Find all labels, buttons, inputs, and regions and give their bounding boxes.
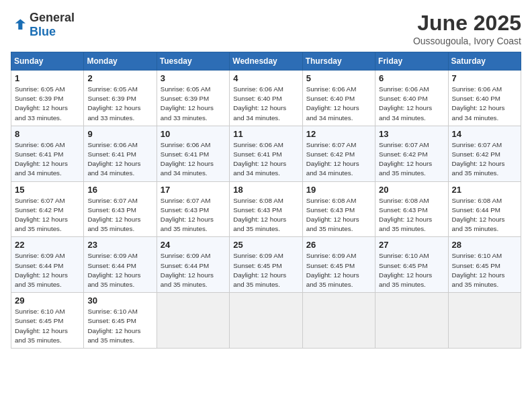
day-info: Sunrise: 6:10 AM Sunset: 6:45 PM Dayligh… [379, 251, 444, 289]
day-info: Sunrise: 6:05 AM Sunset: 6:39 PM Dayligh… [15, 85, 80, 123]
table-row: 28Sunrise: 6:10 AM Sunset: 6:45 PM Dayli… [448, 237, 521, 293]
table-row: 21Sunrise: 6:08 AM Sunset: 6:44 PM Dayli… [448, 181, 521, 237]
day-info: Sunrise: 6:09 AM Sunset: 6:45 PM Dayligh… [306, 251, 371, 289]
table-row: 12Sunrise: 6:07 AM Sunset: 6:42 PM Dayli… [302, 126, 375, 181]
day-info: Sunrise: 6:06 AM Sunset: 6:41 PM Dayligh… [15, 140, 80, 179]
day-info: Sunrise: 6:08 AM Sunset: 6:43 PM Dayligh… [306, 196, 371, 234]
day-number: 29 [15, 295, 80, 306]
day-info: Sunrise: 6:09 AM Sunset: 6:44 PM Dayligh… [161, 251, 226, 289]
day-number: 4 [233, 73, 298, 83]
table-row: 20Sunrise: 6:08 AM Sunset: 6:43 PM Dayli… [375, 181, 448, 237]
table-row: 22Sunrise: 6:09 AM Sunset: 6:44 PM Dayli… [11, 237, 84, 293]
table-row: 6Sunrise: 6:06 AM Sunset: 6:40 PM Daylig… [375, 71, 448, 126]
day-info: Sunrise: 6:06 AM Sunset: 6:40 PM Dayligh… [452, 85, 517, 123]
day-number: 19 [306, 185, 371, 195]
day-number: 15 [15, 185, 80, 195]
day-info: Sunrise: 6:06 AM Sunset: 6:40 PM Dayligh… [379, 85, 444, 123]
table-row: 11Sunrise: 6:06 AM Sunset: 6:41 PM Dayli… [230, 126, 302, 181]
logo-blue: Blue [30, 25, 56, 38]
day-number: 16 [87, 185, 152, 195]
logo-text: General Blue [30, 11, 75, 39]
day-info: Sunrise: 6:07 AM Sunset: 6:42 PM Dayligh… [452, 140, 517, 179]
calendar-week-row: 1Sunrise: 6:05 AM Sunset: 6:39 PM Daylig… [11, 71, 521, 126]
table-row: 7Sunrise: 6:06 AM Sunset: 6:40 PM Daylig… [448, 71, 521, 126]
day-number: 10 [161, 129, 226, 139]
day-info: Sunrise: 6:07 AM Sunset: 6:43 PM Dayligh… [161, 196, 226, 234]
day-number: 7 [452, 73, 517, 83]
header: General Blue June 2025 Oussougoula, Ivor… [11, 11, 521, 46]
header-sunday: Sunday [11, 52, 84, 71]
table-row: 2Sunrise: 6:05 AM Sunset: 6:39 PM Daylig… [84, 71, 157, 126]
table-row [302, 293, 375, 349]
table-row: 26Sunrise: 6:09 AM Sunset: 6:45 PM Dayli… [302, 237, 375, 293]
table-row: 29Sunrise: 6:10 AM Sunset: 6:45 PM Dayli… [11, 293, 84, 349]
table-row: 27Sunrise: 6:10 AM Sunset: 6:45 PM Dayli… [375, 237, 448, 293]
calendar-week-row: 22Sunrise: 6:09 AM Sunset: 6:44 PM Dayli… [11, 237, 521, 293]
day-info: Sunrise: 6:10 AM Sunset: 6:45 PM Dayligh… [15, 307, 80, 345]
day-number: 9 [87, 129, 152, 139]
day-info: Sunrise: 6:05 AM Sunset: 6:39 PM Dayligh… [87, 85, 152, 123]
day-info: Sunrise: 6:06 AM Sunset: 6:41 PM Dayligh… [233, 140, 298, 179]
table-row: 17Sunrise: 6:07 AM Sunset: 6:43 PM Dayli… [157, 181, 229, 237]
table-row: 8Sunrise: 6:06 AM Sunset: 6:41 PM Daylig… [11, 126, 84, 181]
table-row [157, 293, 229, 349]
logo-general: General [30, 11, 75, 24]
day-info: Sunrise: 6:06 AM Sunset: 6:40 PM Dayligh… [233, 85, 298, 123]
day-number: 5 [306, 73, 371, 83]
table-row: 10Sunrise: 6:06 AM Sunset: 6:41 PM Dayli… [157, 126, 229, 181]
table-row: 19Sunrise: 6:08 AM Sunset: 6:43 PM Dayli… [302, 181, 375, 237]
table-row: 9Sunrise: 6:06 AM Sunset: 6:41 PM Daylig… [84, 126, 157, 181]
day-number: 1 [15, 73, 80, 83]
day-info: Sunrise: 6:05 AM Sunset: 6:39 PM Dayligh… [161, 85, 226, 123]
day-number: 18 [233, 185, 298, 195]
location-title: Oussougoula, Ivory Coast [413, 36, 521, 46]
day-number: 27 [379, 240, 444, 250]
header-saturday: Saturday [448, 52, 521, 71]
table-row: 13Sunrise: 6:07 AM Sunset: 6:42 PM Dayli… [375, 126, 448, 181]
calendar-table: Sunday Monday Tuesday Wednesday Thursday… [11, 52, 521, 349]
day-info: Sunrise: 6:07 AM Sunset: 6:42 PM Dayligh… [15, 196, 80, 234]
month-title: June 2025 [413, 11, 521, 36]
day-number: 13 [379, 129, 444, 139]
page-container: General Blue June 2025 Oussougoula, Ivor… [11, 11, 521, 349]
day-number: 6 [379, 73, 444, 83]
day-info: Sunrise: 6:09 AM Sunset: 6:45 PM Dayligh… [233, 251, 298, 289]
table-row: 5Sunrise: 6:06 AM Sunset: 6:40 PM Daylig… [302, 71, 375, 126]
day-number: 28 [452, 240, 517, 250]
calendar-week-row: 15Sunrise: 6:07 AM Sunset: 6:42 PM Dayli… [11, 181, 521, 237]
day-number: 11 [233, 129, 298, 139]
day-number: 30 [87, 295, 152, 306]
day-number: 3 [161, 73, 226, 83]
header-friday: Friday [375, 52, 448, 71]
day-info: Sunrise: 6:07 AM Sunset: 6:42 PM Dayligh… [379, 140, 444, 179]
day-number: 20 [379, 185, 444, 195]
table-row: 3Sunrise: 6:05 AM Sunset: 6:39 PM Daylig… [157, 71, 229, 126]
day-info: Sunrise: 6:10 AM Sunset: 6:45 PM Dayligh… [87, 307, 152, 345]
day-info: Sunrise: 6:09 AM Sunset: 6:44 PM Dayligh… [87, 251, 152, 289]
day-number: 14 [452, 129, 517, 139]
table-row: 1Sunrise: 6:05 AM Sunset: 6:39 PM Daylig… [11, 71, 84, 126]
day-info: Sunrise: 6:06 AM Sunset: 6:40 PM Dayligh… [306, 85, 371, 123]
day-number: 24 [161, 240, 226, 250]
table-row: 4Sunrise: 6:06 AM Sunset: 6:40 PM Daylig… [230, 71, 302, 126]
table-row: 24Sunrise: 6:09 AM Sunset: 6:44 PM Dayli… [157, 237, 229, 293]
logo: General Blue [11, 11, 75, 39]
day-info: Sunrise: 6:07 AM Sunset: 6:42 PM Dayligh… [306, 140, 371, 179]
calendar-week-row: 8Sunrise: 6:06 AM Sunset: 6:41 PM Daylig… [11, 126, 521, 181]
day-info: Sunrise: 6:09 AM Sunset: 6:44 PM Dayligh… [15, 251, 80, 289]
title-area: June 2025 Oussougoula, Ivory Coast [413, 11, 521, 46]
day-info: Sunrise: 6:07 AM Sunset: 6:43 PM Dayligh… [87, 196, 152, 234]
table-row: 23Sunrise: 6:09 AM Sunset: 6:44 PM Dayli… [84, 237, 157, 293]
day-number: 21 [452, 185, 517, 195]
table-row: 25Sunrise: 6:09 AM Sunset: 6:45 PM Dayli… [230, 237, 302, 293]
day-number: 12 [306, 129, 371, 139]
table-row: 15Sunrise: 6:07 AM Sunset: 6:42 PM Dayli… [11, 181, 84, 237]
day-info: Sunrise: 6:06 AM Sunset: 6:41 PM Dayligh… [87, 140, 152, 179]
day-number: 25 [233, 240, 298, 250]
calendar-week-row: 29Sunrise: 6:10 AM Sunset: 6:45 PM Dayli… [11, 293, 521, 349]
day-number: 23 [87, 240, 152, 250]
header-wednesday: Wednesday [230, 52, 302, 71]
header-thursday: Thursday [302, 52, 375, 71]
day-info: Sunrise: 6:08 AM Sunset: 6:44 PM Dayligh… [452, 196, 517, 234]
table-row [375, 293, 448, 349]
